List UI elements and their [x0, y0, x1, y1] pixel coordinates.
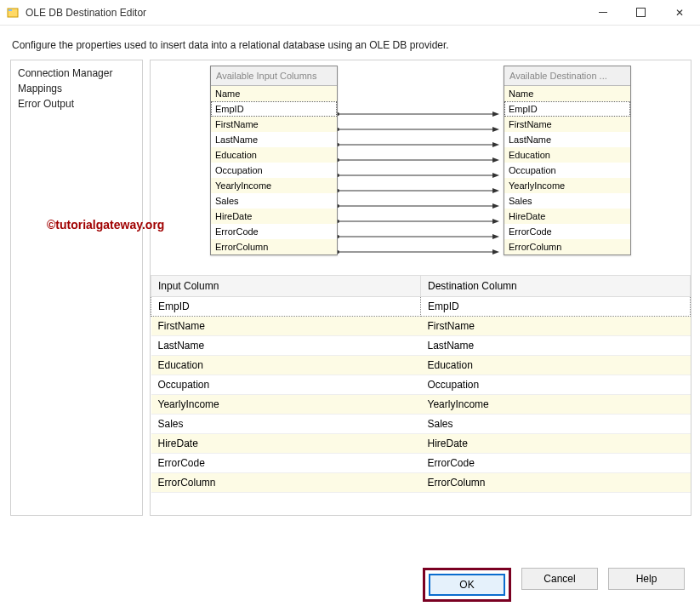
ok-button[interactable]: OK: [429, 574, 505, 596]
svg-marker-19: [492, 219, 499, 224]
svg-marker-14: [492, 142, 499, 147]
destination-column-item[interactable]: Sales: [504, 193, 630, 209]
svg-marker-18: [492, 203, 499, 209]
table-row[interactable]: EducationEducation: [151, 356, 691, 375]
svg-marker-15: [492, 157, 499, 163]
input-column-item[interactable]: Name: [211, 86, 337, 101]
input-column-item[interactable]: LastName: [211, 132, 337, 147]
input-column-cell[interactable]: Education: [151, 356, 421, 375]
destination-column-cell[interactable]: Occupation: [421, 375, 691, 395]
destination-column-cell[interactable]: YearlyIncome: [421, 395, 691, 415]
destination-column-cell[interactable]: LastName: [421, 336, 691, 356]
minimize-button[interactable]: [583, 1, 622, 25]
sidebar-item-mappings[interactable]: Mappings: [18, 81, 135, 96]
input-column-item[interactable]: HireDate: [211, 209, 337, 224]
sidebar: Connection Manager Mappings Error Output: [10, 60, 143, 516]
input-column-cell[interactable]: Occupation: [151, 375, 421, 395]
svg-marker-17: [492, 188, 499, 193]
svg-marker-21: [492, 249, 499, 255]
destination-column-item[interactable]: Name: [504, 86, 630, 101]
destination-column-item[interactable]: Occupation: [504, 163, 630, 178]
destination-column-item[interactable]: Education: [504, 147, 630, 163]
main-panel: Available Input Columns NameEmpIDFirstNa…: [150, 60, 691, 516]
destination-column-item[interactable]: EmpID: [504, 101, 630, 117]
destination-column-cell[interactable]: Sales: [421, 415, 691, 434]
window-controls: [583, 1, 698, 25]
input-column-item[interactable]: ErrorColumn: [211, 239, 337, 255]
sidebar-item-error-output[interactable]: Error Output: [18, 96, 135, 112]
close-button[interactable]: [660, 1, 698, 25]
grid-header-destination[interactable]: Destination Column: [421, 276, 691, 297]
destination-column-item[interactable]: HireDate: [504, 209, 630, 224]
destination-column-item[interactable]: ErrorColumn: [504, 239, 630, 255]
input-column-item[interactable]: Education: [211, 147, 337, 163]
help-button[interactable]: Help: [608, 568, 685, 590]
input-column-cell[interactable]: LastName: [151, 336, 421, 356]
table-row[interactable]: YearlyIncomeYearlyIncome: [151, 395, 691, 415]
input-column-cell[interactable]: YearlyIncome: [151, 395, 421, 415]
button-bar: OK Cancel Help: [423, 568, 685, 602]
ok-button-highlight: OK: [423, 568, 511, 602]
input-column-item[interactable]: FirstName: [211, 117, 337, 132]
input-column-item[interactable]: Occupation: [211, 163, 337, 178]
destination-column-item[interactable]: YearlyIncome: [504, 178, 630, 193]
input-column-cell[interactable]: ErrorCode: [151, 454, 421, 473]
destination-column-item[interactable]: FirstName: [504, 117, 630, 132]
svg-marker-13: [492, 127, 499, 132]
svg-rect-1: [9, 9, 12, 11]
input-columns-box[interactable]: Available Input Columns NameEmpIDFirstNa…: [210, 66, 338, 255]
input-column-cell[interactable]: EmpID: [151, 297, 421, 317]
sidebar-item-connection-manager[interactable]: Connection Manager: [18, 66, 135, 81]
input-column-cell[interactable]: Sales: [151, 415, 421, 434]
input-column-cell[interactable]: FirstName: [151, 317, 421, 336]
mapping-diagram: Available Input Columns NameEmpIDFirstNa…: [151, 60, 691, 275]
mapping-grid[interactable]: Input Column Destination Column EmpIDEmp…: [151, 275, 691, 493]
window-title: OLE DB Destination Editor: [26, 7, 583, 19]
destination-column-item[interactable]: LastName: [504, 132, 630, 147]
table-row[interactable]: FirstNameFirstName: [151, 317, 691, 336]
destination-column-cell[interactable]: ErrorCode: [421, 454, 691, 473]
input-column-cell[interactable]: ErrorColumn: [151, 473, 421, 493]
maximize-button[interactable]: [622, 1, 660, 25]
table-row[interactable]: ErrorColumnErrorColumn: [151, 473, 691, 493]
svg-marker-12: [492, 112, 499, 117]
table-row[interactable]: ErrorCodeErrorCode: [151, 454, 691, 473]
destination-column-cell[interactable]: Education: [421, 356, 691, 375]
table-row[interactable]: EmpIDEmpID: [151, 297, 691, 317]
input-columns-header: Available Input Columns: [211, 66, 337, 86]
grid-header-input[interactable]: Input Column: [151, 276, 421, 297]
destination-column-cell[interactable]: ErrorColumn: [421, 473, 691, 493]
table-row[interactable]: OccupationOccupation: [151, 375, 691, 395]
table-row[interactable]: HireDateHireDate: [151, 434, 691, 454]
destination-column-cell[interactable]: EmpID: [421, 297, 691, 317]
destination-column-item[interactable]: ErrorCode: [504, 224, 630, 239]
destination-columns-box[interactable]: Available Destination ... NameEmpIDFirst…: [504, 66, 631, 255]
titlebar: OLE DB Destination Editor: [0, 0, 700, 26]
destination-columns-header: Available Destination ...: [504, 66, 630, 86]
input-column-cell[interactable]: HireDate: [151, 434, 421, 454]
table-row[interactable]: LastNameLastName: [151, 336, 691, 356]
destination-column-cell[interactable]: FirstName: [421, 317, 691, 336]
description-text: Configure the properties used to insert …: [0, 26, 700, 60]
app-icon: [7, 6, 20, 20]
cancel-button[interactable]: Cancel: [521, 568, 598, 590]
table-row[interactable]: SalesSales: [151, 415, 691, 434]
svg-marker-16: [492, 173, 499, 178]
mapping-grid-area: Input Column Destination Column EmpIDEmp…: [151, 275, 691, 515]
input-column-item[interactable]: ErrorCode: [211, 224, 337, 239]
input-column-item[interactable]: Sales: [211, 193, 337, 209]
input-column-item[interactable]: YearlyIncome: [211, 178, 337, 193]
input-column-item[interactable]: EmpID: [211, 101, 337, 117]
svg-marker-20: [492, 234, 499, 239]
destination-column-cell[interactable]: HireDate: [421, 434, 691, 454]
